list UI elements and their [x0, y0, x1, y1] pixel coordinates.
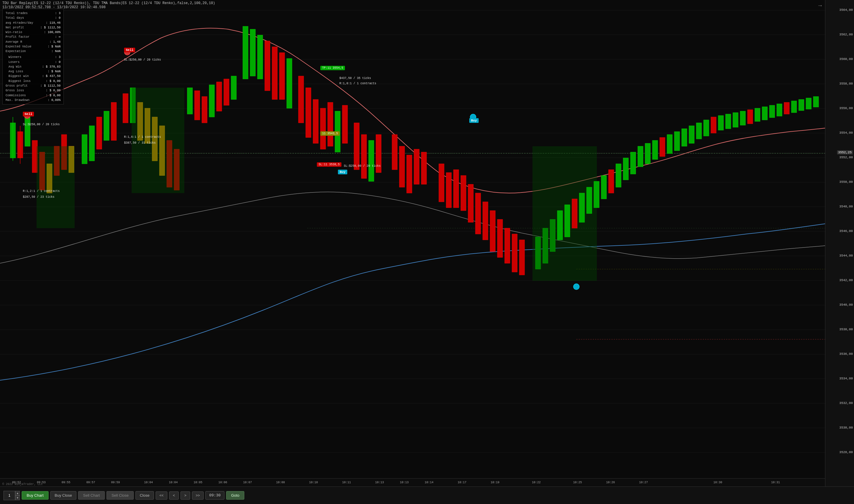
svg-rect-124: [762, 107, 767, 120]
price-tick: 3556,00: [839, 107, 853, 110]
svg-rect-114: [689, 126, 694, 143]
buy-label-2[interactable]: Buy: [338, 170, 347, 174]
quantity-up[interactable]: ▲: [15, 491, 20, 496]
time-label: 10:27: [639, 481, 648, 484]
buy-chart-button[interactable]: Buy Chart: [22, 491, 49, 500]
svg-rect-112: [674, 132, 680, 151]
buy-close-button[interactable]: Buy Close: [50, 491, 76, 500]
stat-profit-factor-label: Profit factor: [5, 35, 30, 39]
svg-rect-51: [195, 91, 200, 120]
sell-label-2[interactable]: Sell: [124, 48, 135, 52]
stat-total-days-label: Total days: [5, 16, 24, 20]
stat-exp-val-value: : $ NaN: [48, 44, 60, 49]
stat-commissions-value: : $ 0,00: [46, 93, 60, 98]
stat-avg-trades-value: : 119,46: [46, 20, 60, 25]
svg-rect-111: [667, 134, 672, 154]
stat-exp-val-label: Expected Value: [5, 44, 31, 49]
time-axis: 09:5209:5309:5509:5709:5910:0410:0410:05…: [0, 478, 825, 486]
svg-rect-35: [37, 146, 75, 228]
svg-rect-38: [96, 117, 102, 149]
quantity-down[interactable]: ▼: [15, 496, 20, 500]
price-tick: 3536,00: [839, 352, 853, 356]
current-price-label: 11 3543,5: [320, 132, 340, 135]
svg-rect-123: [755, 108, 760, 121]
copyright: © 2022 NinjaTrader, LLC: [2, 483, 43, 486]
svg-rect-54: [216, 82, 222, 111]
stat-avg-win-label: Avg Win: [8, 64, 21, 69]
stat-biggest-loss-label: Biggest loss: [8, 79, 31, 83]
price-tick: 3560,00: [839, 57, 853, 61]
time-label: 10:11: [342, 481, 351, 484]
time-label: 10:14: [425, 481, 433, 484]
next-next-button[interactable]: >>: [192, 491, 203, 500]
svg-rect-106: [630, 152, 636, 174]
goto-button[interactable]: Goto: [226, 491, 244, 500]
time-label: 10:06: [218, 481, 227, 484]
svg-rect-103: [608, 170, 614, 193]
stat-max-drawdown-value: : 0,00%: [48, 98, 60, 102]
next-button[interactable]: >: [180, 491, 190, 500]
svg-rect-82: [453, 170, 459, 208]
prev-button[interactable]: <: [169, 491, 179, 500]
svg-rect-75: [392, 134, 397, 170]
trade-pnl-2: $387,50 / 31 ticks: [124, 141, 156, 144]
trade-pnl-1: $287,50 / 23 ticks: [23, 195, 54, 199]
price-tick: 3552,00: [839, 156, 853, 159]
time-label: 10:05: [194, 481, 202, 484]
svg-rect-62: [279, 53, 285, 100]
time-label: 10:13: [400, 481, 409, 484]
sell-chart-button[interactable]: Sell Chart: [78, 491, 105, 500]
svg-rect-86: [483, 202, 488, 240]
prev-prev-button[interactable]: <<: [156, 491, 167, 500]
svg-rect-57: [243, 26, 248, 79]
svg-rect-127: [784, 102, 789, 114]
stat-avg-trades-label: avg #trades/day: [5, 20, 33, 25]
trade-info-buy1: $437,50 / 35 ticks: [339, 77, 371, 80]
stat-losers-label: Losers: [8, 60, 20, 64]
sell-label-1[interactable]: Sell: [23, 112, 34, 116]
time-label: 09:55: [62, 481, 71, 484]
svg-rect-99: [579, 193, 585, 222]
svg-rect-55: [224, 79, 229, 105]
chart-area: Sell SL:$250,00 / 20 ticks R:1,2:1 / 1 c…: [0, 0, 825, 491]
time-label: 10:26: [606, 481, 615, 484]
stat-avg-r-value: : 1,48: [50, 39, 60, 44]
stat-biggest-win-label: Biggest win: [8, 74, 29, 78]
stat-win-ratio-label: Win-ratio: [5, 30, 22, 35]
time-label: 10:22: [532, 481, 541, 484]
svg-rect-28: [25, 117, 30, 146]
svg-rect-76: [399, 146, 405, 187]
stat-losers-value: : 0: [55, 60, 60, 64]
svg-rect-80: [439, 164, 444, 202]
time-label: 10:04: [144, 481, 153, 484]
trade-rl-2: R:1,6:1 / 1 contracts: [124, 136, 161, 139]
svg-rect-88: [497, 219, 503, 257]
chart-svg: [0, 0, 825, 491]
stats-panel: Total trades : 3 Total days : 0 avg #tra…: [2, 9, 64, 104]
time-label: 10:10: [309, 481, 318, 484]
svg-rect-52: [202, 96, 207, 123]
sell-close-button[interactable]: Sell Close: [106, 491, 134, 500]
svg-rect-59: [257, 35, 263, 79]
stat-avg-loss-value: : $ NaN: [48, 69, 60, 74]
svg-rect-108: [645, 143, 651, 164]
price-tick: 3530,00: [839, 426, 853, 429]
svg-rect-40: [111, 102, 117, 140]
price-tick: 3562,00: [839, 33, 853, 36]
svg-rect-56: [231, 76, 236, 100]
svg-rect-72: [361, 134, 367, 178]
close-button[interactable]: Close: [136, 491, 154, 500]
svg-rect-63: [287, 58, 292, 108]
stat-commissions-label: Commissions: [5, 93, 26, 98]
arrow-icon[interactable]: →: [818, 2, 822, 9]
stat-max-drawdown-label: Max. Drawdown: [5, 98, 30, 102]
stat-net-profit-label: Net profit: [5, 25, 24, 30]
buy-label-1[interactable]: Buy: [469, 118, 479, 123]
trade-rl-1: R:1,2:1 / 1 contracts: [23, 190, 60, 193]
svg-rect-81: [446, 173, 451, 208]
stat-total-days-value: : 0: [55, 16, 60, 20]
price-tick: 3544,00: [839, 254, 853, 257]
quantity-input[interactable]: [3, 491, 15, 500]
svg-rect-118: [718, 115, 724, 130]
stat-gross-loss-label: Gross loss: [5, 88, 24, 93]
